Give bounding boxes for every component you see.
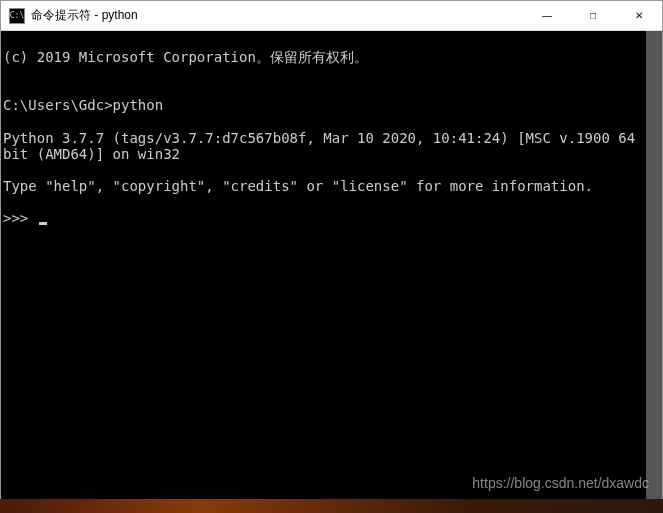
command-prompt-window: C:\ 命令提示符 - python — □ ✕ (c) 2019 Micros… <box>0 0 663 513</box>
window-title: 命令提示符 - python <box>31 7 524 24</box>
app-icon: C:\ <box>9 8 25 24</box>
command-line: C:\Users\Gdc>python <box>3 97 644 113</box>
minimize-button[interactable]: — <box>524 1 570 30</box>
title-bar[interactable]: C:\ 命令提示符 - python — □ ✕ <box>1 1 662 31</box>
copyright-line: (c) 2019 Microsoft Corporation。保留所有权利。 <box>3 49 644 65</box>
maximize-button[interactable]: □ <box>570 1 616 30</box>
bottom-decoration <box>0 499 663 513</box>
prompt-text: >>> <box>3 210 37 226</box>
python-version-line: Python 3.7.7 (tags/v3.7.7:d7c567b08f, Ma… <box>3 130 644 162</box>
cursor-icon <box>39 222 47 225</box>
python-help-line: Type "help", "copyright", "credits" or "… <box>3 178 644 194</box>
window-controls: — □ ✕ <box>524 1 662 30</box>
close-button[interactable]: ✕ <box>616 1 662 30</box>
console-output[interactable]: (c) 2019 Microsoft Corporation。保留所有权利。 C… <box>1 31 662 512</box>
python-prompt-line[interactable]: >>> <box>3 210 644 226</box>
